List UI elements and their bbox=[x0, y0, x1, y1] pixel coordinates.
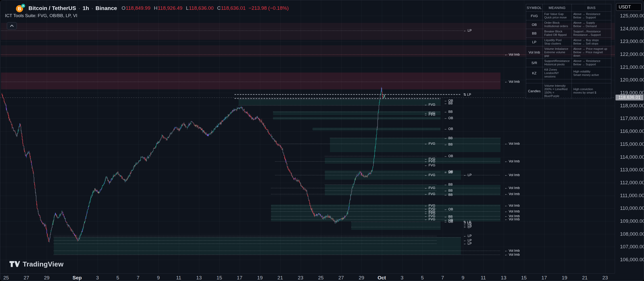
chart-annotation-ob: ← OB bbox=[444, 207, 453, 211]
time-tick: 15 bbox=[214, 275, 225, 281]
chart-annotation-fvg: ← FVG bbox=[424, 142, 435, 146]
time-tick: 3 bbox=[396, 275, 408, 281]
chart-annotation-vi: ← Vol Imb bbox=[504, 186, 520, 190]
ict-row: CandlesVolume Intensity200% = Lime/Red15… bbox=[526, 83, 611, 99]
time-tick: 27 bbox=[335, 275, 347, 281]
time-tick: Sep bbox=[71, 275, 83, 281]
chart-annotation-ob: ← BB bbox=[444, 189, 453, 192]
currency-button[interactable]: USDT bbox=[616, 3, 642, 11]
symbol-legend-row[interactable]: B Bitcoin / TetherUS · 1h · Binance O118… bbox=[16, 4, 289, 13]
chart-annotation-fvg: ← FVG bbox=[424, 173, 435, 177]
price-axis[interactable]: USDT 125,000.00124,000.00123,000.00122,0… bbox=[615, 0, 644, 273]
time-tick: 23 bbox=[295, 275, 306, 281]
chart-annotation-ob: ← BB bbox=[444, 136, 453, 140]
tradingview-wordmark: TradingView bbox=[23, 260, 64, 268]
time-tick: 19 bbox=[254, 275, 266, 281]
chart-annotation-fvg: ← FVG bbox=[424, 186, 435, 190]
time-tick: 17 bbox=[234, 275, 246, 281]
chart-annotations-layer: ← LP← Vol Imb← Vol Imb⇅ LP← OB← BB← FVG←… bbox=[0, 0, 615, 273]
time-tick: 7 bbox=[132, 275, 144, 281]
time-tick: 29 bbox=[41, 275, 52, 281]
time-tick: 25 bbox=[315, 275, 327, 281]
chart-annotation-lp: ← LP bbox=[463, 242, 472, 245]
price-tick: 114,000.00 bbox=[620, 154, 644, 160]
chart-annotation-lp: ⇅ LP bbox=[463, 93, 471, 96]
chart-annotation-fvg: ← FVG bbox=[424, 113, 435, 117]
symbol-title[interactable]: Bitcoin / TetherUS bbox=[28, 5, 76, 11]
price-tick: 112,000.00 bbox=[620, 180, 644, 185]
chart-annotation-fvg: ← FVG bbox=[424, 159, 435, 163]
time-tick: 19 bbox=[559, 275, 570, 281]
tradingview-logo[interactable]: TradingView bbox=[9, 260, 64, 268]
time-tick: 23 bbox=[599, 275, 611, 281]
interval-label[interactable]: 1h bbox=[83, 5, 89, 11]
time-tick: 13 bbox=[193, 275, 205, 281]
chart-annotation-lp: ← LP bbox=[463, 173, 472, 177]
ict-row: OBOrder BlockInstitutional ordersAbove →… bbox=[526, 20, 611, 29]
time-tick: 11 bbox=[478, 275, 489, 281]
chart-annotation-ob: ← OB bbox=[444, 154, 453, 158]
chart-annotation-vi: ← Vol Imb bbox=[504, 80, 520, 84]
chart-annotation-vi: ← Vol Imb bbox=[504, 192, 520, 196]
chart-annotation-vi: ← Vol Imb bbox=[504, 173, 520, 177]
ict-col-header: BIAS bbox=[572, 4, 611, 12]
chart-annotation-lp: ← LP bbox=[463, 225, 472, 229]
chart-annotation-ob: ← OB bbox=[444, 220, 453, 224]
ohlc-c: C118,636.01 bbox=[217, 5, 246, 11]
time-tick: 21 bbox=[275, 275, 286, 281]
ict-row: KZKill ZonesLondon/NY sessionsHigh volat… bbox=[526, 67, 611, 79]
change-value: −213.98 (−0.18%) bbox=[249, 5, 289, 11]
price-tick: 113,000.00 bbox=[620, 167, 644, 172]
price-tick: 110,000.00 bbox=[620, 206, 644, 211]
indicator-legend-row[interactable]: ICT Tools Suite: FVG, OB/BB, LP, VI bbox=[5, 13, 77, 18]
price-tick: 109,000.00 bbox=[620, 219, 644, 224]
chart-annotation-vi: ← Vol Imb bbox=[504, 210, 520, 213]
last-price-badge: 118,636.01 bbox=[616, 95, 643, 100]
chart-window: ← LP← Vol Imb← Vol Imb⇅ LP← OB← BB← FVG←… bbox=[0, 0, 644, 281]
time-axis[interactable]: 252729Sep357911131517192123252729Oct3579… bbox=[0, 273, 615, 281]
price-tick: 118,000.00 bbox=[620, 103, 644, 108]
time-tick: Oct bbox=[376, 275, 388, 281]
indicator-title[interactable]: ICT Tools Suite: FVG, OB/BB, LP, VI bbox=[5, 13, 77, 18]
chart-annotation-ob: ← OB bbox=[444, 116, 453, 120]
chart-annotation-ob: ← BB bbox=[444, 101, 453, 105]
price-tick: 123,000.00 bbox=[620, 39, 644, 44]
chart-annotation-fvg: ← FVG bbox=[424, 163, 435, 167]
time-tick: 5 bbox=[112, 275, 124, 281]
chart-annotation-ob: ← BB bbox=[444, 171, 453, 174]
chart-annotation-lp: ← LP bbox=[463, 234, 472, 238]
ohlc-values: O118,849.99H118,926.49L118,636.00C118,63… bbox=[122, 5, 246, 11]
ohlc-l: L118,636.00 bbox=[186, 5, 214, 11]
chart-annotation-ob: ← BB bbox=[444, 143, 453, 146]
chart-annotation-vi: ← Vol Imb bbox=[504, 253, 520, 256]
ict-row: LPLiquidity PoolStop clustersAbove → Buy… bbox=[526, 38, 611, 46]
time-tick: 9 bbox=[153, 275, 164, 281]
svg-text:B: B bbox=[18, 6, 21, 11]
price-tick: 122,000.00 bbox=[620, 52, 644, 57]
price-tick: 108,000.00 bbox=[620, 231, 644, 237]
price-tick: 106,000.00 bbox=[620, 257, 644, 262]
ict-row: FVGFair Value GapQuick price moveAbove →… bbox=[526, 12, 611, 20]
ict-row: BBBreaker BlockFailed OB flippedSupport→… bbox=[526, 29, 611, 38]
ict-col-header: SYMBOL bbox=[526, 4, 543, 12]
price-tick: 117,000.00 bbox=[620, 116, 644, 121]
collapse-button[interactable] bbox=[7, 22, 17, 30]
chevron-up-icon bbox=[9, 24, 15, 28]
exchange-label[interactable]: Binance bbox=[95, 5, 117, 11]
price-tick: 111,000.00 bbox=[620, 193, 644, 198]
ict-legend-table: SYMBOLMEANINGBIASFVGFair Value GapQuick … bbox=[526, 4, 611, 99]
time-tick: 7 bbox=[437, 275, 449, 281]
time-tick: 29 bbox=[356, 275, 367, 281]
time-tick: 21 bbox=[579, 275, 591, 281]
time-tick: 27 bbox=[21, 275, 32, 281]
chart-annotation-vi: ← Vol Imb bbox=[504, 204, 520, 207]
ohlc-o: O118,849.99 bbox=[122, 5, 150, 11]
price-tick: 116,000.00 bbox=[620, 129, 644, 134]
chart-annotation-ob: ← OB bbox=[444, 127, 453, 131]
ict-col-header: MEANING bbox=[543, 4, 572, 12]
time-tick: 3 bbox=[92, 275, 103, 281]
chart-annotation-fvg: ← FVG bbox=[424, 103, 435, 106]
tradingview-mark-icon bbox=[9, 260, 20, 268]
time-tick: 17 bbox=[539, 275, 550, 281]
price-tick: 115,000.00 bbox=[620, 142, 644, 147]
